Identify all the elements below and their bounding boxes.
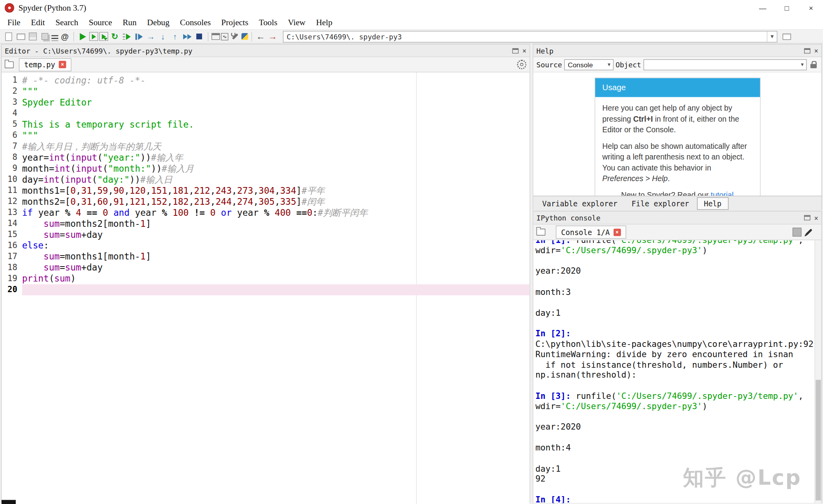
browse-tabs-icon[interactable] — [537, 229, 546, 235]
grid-icon[interactable] — [793, 228, 802, 237]
save-all-icon[interactable] — [39, 31, 50, 42]
step-over-icon[interactable]: → — [145, 31, 156, 42]
maximize-pane-icon[interactable] — [212, 33, 220, 40]
tab-console-1a[interactable]: Console 1/A × — [556, 226, 626, 239]
scrollbar-thumb[interactable] — [816, 380, 821, 500]
run-cell-icon[interactable] — [89, 32, 98, 41]
line-number: 3 — [2, 97, 22, 108]
continue-icon[interactable] — [182, 31, 193, 42]
menu-edit[interactable]: Edit — [26, 18, 50, 27]
close-pane-icon[interactable]: × — [814, 47, 818, 54]
close-button[interactable]: × — [799, 0, 823, 16]
menu-consoles[interactable]: Consoles — [175, 18, 216, 27]
line-number: 7 — [2, 141, 22, 152]
run-cell-advance-icon[interactable] — [99, 32, 108, 41]
code-line: 8year=int(input("year:"))#输入年 — [2, 152, 529, 163]
help-content: Usage Here you can get help of any objec… — [533, 72, 821, 196]
undock-icon[interactable] — [804, 48, 810, 53]
new-file-icon[interactable] — [3, 31, 14, 42]
undock-icon[interactable] — [513, 48, 519, 53]
code-text: day=int(input("day:"))#输入日 — [22, 174, 529, 185]
save-file-icon[interactable] — [27, 31, 38, 42]
close-tab-icon[interactable]: × — [59, 61, 66, 69]
tab-variable-explorer[interactable]: Variable explorer — [536, 198, 624, 209]
console-line — [535, 256, 821, 266]
chevron-down-icon: ▼ — [607, 62, 611, 67]
menu-projects[interactable]: Projects — [216, 18, 253, 27]
working-directory-combo[interactable]: C:\Users\74699\. spyder-py3 ▼ — [283, 31, 777, 42]
line-number: 17 — [2, 251, 22, 262]
symbol-finder-icon[interactable]: @ — [59, 31, 71, 42]
toolbar-separator — [208, 32, 208, 41]
open-file-icon[interactable] — [15, 31, 26, 42]
tab-help[interactable]: Help — [697, 197, 728, 210]
re-run-cell-icon[interactable]: ↻ — [109, 31, 120, 42]
code-line: 11months1=[0,31,59,90,120,151,181,212,24… — [2, 185, 529, 196]
menu-help[interactable]: Help — [311, 18, 338, 27]
console-line: In [4]: — [535, 495, 821, 503]
source-value: Console — [568, 61, 593, 69]
close-pane-icon[interactable]: × — [814, 214, 818, 221]
console-output[interactable]: In [1]: runfile('C:/Users/74699/.spyder-… — [533, 240, 821, 503]
line-number: 13 — [2, 207, 22, 218]
close-pane-icon[interactable]: × — [522, 47, 526, 54]
lock-icon[interactable] — [810, 61, 817, 69]
minimize-button[interactable]: — — [751, 0, 775, 16]
console-line: if not isinstance(threshold, numbers.Num… — [535, 359, 821, 370]
preferences-icon[interactable] — [229, 31, 240, 42]
forward-icon[interactable]: → — [267, 31, 278, 42]
help-controls: Source Console ▼ Object ▼ — [533, 57, 821, 72]
toolbar-end-icons — [780, 31, 793, 42]
code-line: 15 sum=sum+day — [2, 229, 529, 240]
code-line: 3Spyder Editor — [2, 97, 529, 108]
console-pane-title: IPython console — [537, 213, 600, 222]
python-path-manager-icon[interactable] — [242, 33, 248, 40]
source-select[interactable]: Console ▼ — [564, 59, 613, 70]
menu-file[interactable]: File — [2, 18, 26, 27]
code-text: year=int(input("year:"))#输入年 — [22, 152, 529, 163]
object-input[interactable]: ▼ — [643, 59, 807, 70]
code-text: if year % 4 == 0 and year % 100 != 0 or … — [22, 207, 529, 218]
console-line: wdir='C:/Users/74699/.spyder-py3') — [535, 245, 821, 256]
code-text: print(sum) — [22, 273, 529, 284]
pencil-icon[interactable] — [805, 229, 812, 236]
console-scrollbar[interactable] — [815, 240, 821, 503]
close-tab-icon[interactable]: × — [613, 228, 621, 236]
fullscreen-icon[interactable] — [221, 33, 229, 40]
debug-icon[interactable] — [133, 31, 144, 42]
file-switcher-icon[interactable] — [52, 35, 58, 41]
code-text: Spyder Editor — [22, 97, 529, 108]
console-line: RuntimeWarning: divide by zero encounter… — [535, 349, 821, 359]
code-editor[interactable]: 1# -*- coding: utf-8 -*-2"""3Spyder Edit… — [2, 72, 529, 504]
console-line — [535, 276, 821, 287]
tab-file-explorer[interactable]: File explorer — [625, 198, 695, 209]
browse-working-directory-icon[interactable] — [781, 31, 792, 42]
code-line: 9month=int(input("month:"))#输入月 — [2, 163, 529, 174]
menu-debug[interactable]: Debug — [142, 18, 175, 27]
step-into-icon[interactable]: ↓ — [158, 31, 169, 42]
undock-icon[interactable] — [804, 215, 810, 220]
menu-search[interactable]: Search — [50, 18, 84, 27]
code-line: 6""" — [2, 130, 529, 141]
tab-temp-py[interactable]: temp.py × — [19, 58, 71, 71]
chevron-down-icon[interactable]: ▼ — [767, 31, 777, 42]
code-text — [22, 284, 529, 295]
run-selection-icon[interactable] — [121, 31, 132, 42]
window-controls: — □ × — [751, 0, 823, 16]
run-icon[interactable] — [77, 31, 88, 42]
code-text: months2=[0,31,60,91,121,152,182,213,244,… — [22, 196, 529, 207]
back-icon[interactable]: ← — [255, 31, 266, 42]
gear-icon[interactable] — [517, 60, 526, 69]
code-text: #输入年月日，判断为当年的第几天 — [22, 141, 529, 152]
step-return-icon[interactable]: ↑ — [169, 31, 180, 42]
maximize-button[interactable]: □ — [775, 0, 799, 16]
console-line — [535, 380, 821, 391]
menu-tools[interactable]: Tools — [254, 18, 283, 27]
console-line — [535, 318, 821, 328]
line-number: 10 — [2, 174, 22, 185]
menu-view[interactable]: View — [282, 18, 311, 27]
menu-run[interactable]: Run — [117, 18, 142, 27]
browse-tabs-icon[interactable] — [5, 61, 14, 68]
stop-icon[interactable] — [194, 31, 205, 42]
menu-source[interactable]: Source — [84, 18, 117, 27]
